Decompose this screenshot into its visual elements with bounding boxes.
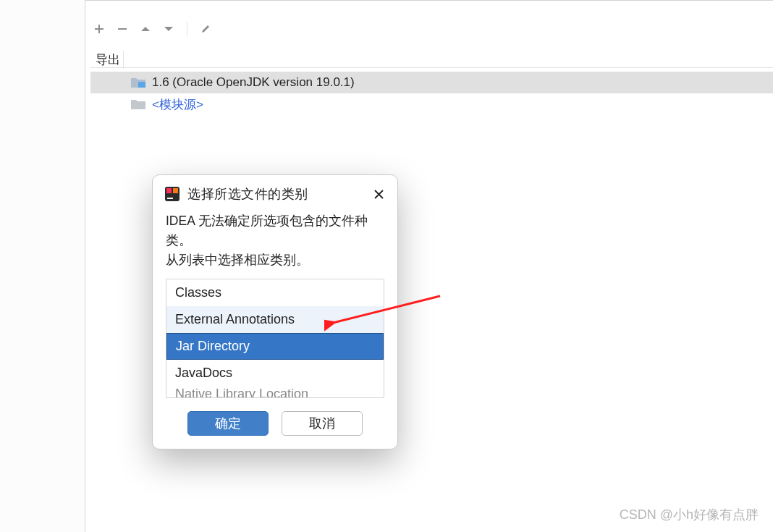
ok-button[interactable]: 确定 — [187, 411, 269, 436]
tree-item-label: <模块源> — [152, 96, 203, 113]
svg-rect-2 — [167, 198, 173, 199]
dialog-message-line: 从列表中选择相应类别。 — [166, 250, 384, 270]
dialog-header: 选择所选文件的类别 — [153, 175, 397, 210]
close-icon[interactable] — [371, 187, 386, 201]
edit-icon[interactable] — [199, 22, 212, 35]
list-item[interactable]: External Annotations — [166, 306, 384, 333]
tree: 1.6 (Oracle OpenJDK version 19.0.1) <模块源… — [90, 72, 773, 115]
list-item[interactable]: Native Library Location — [166, 387, 384, 398]
arrow-down-icon[interactable] — [162, 22, 175, 35]
tab-export[interactable]: 导出 — [93, 51, 124, 69]
add-icon[interactable] — [93, 22, 106, 35]
tree-item-jdk[interactable]: 1.6 (Oracle OpenJDK version 19.0.1) — [90, 72, 773, 93]
list-item-selected[interactable]: Jar Directory — [166, 333, 384, 360]
toolbar — [93, 22, 212, 36]
dialog-title: 选择所选文件的类别 — [187, 185, 308, 203]
tree-item-module-source[interactable]: <模块源> — [90, 93, 773, 115]
tree-item-label: 1.6 (Oracle OpenJDK version 19.0.1) — [152, 75, 355, 90]
cancel-button[interactable]: 取消 — [282, 411, 363, 436]
folder-icon — [130, 98, 146, 111]
intellij-icon — [164, 186, 180, 202]
dialog-buttons: 确定 取消 — [153, 398, 397, 449]
dialog-message: IDEA 无法确定所选项包含的文件种类。 从列表中选择相应类别。 — [153, 210, 397, 279]
toolbar-separator — [187, 22, 187, 36]
list-item[interactable]: Classes — [166, 279, 384, 306]
watermark: CSDN @小h好像有点胖 — [620, 506, 759, 523]
svg-rect-0 — [138, 82, 145, 88]
dialog-select-category: 选择所选文件的类别 IDEA 无法确定所选项包含的文件种类。 从列表中选择相应类… — [152, 174, 398, 449]
list-item[interactable]: JavaDocs — [166, 360, 384, 387]
folder-jdk-icon — [130, 76, 146, 89]
remove-icon[interactable] — [116, 22, 129, 35]
arrow-up-icon[interactable] — [139, 22, 152, 35]
dialog-message-line: IDEA 无法确定所选项包含的文件种类。 — [166, 211, 384, 250]
category-list[interactable]: Classes External Annotations Jar Directo… — [166, 279, 384, 398]
divider — [90, 67, 773, 68]
